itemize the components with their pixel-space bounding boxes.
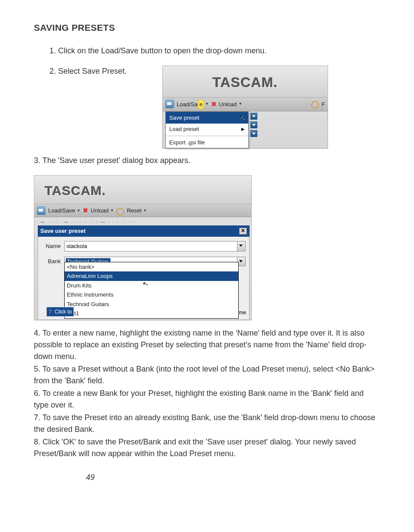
loadsave-button[interactable]: Load/Save ▼ [48,206,80,215]
name-dropdown-button[interactable] [237,241,246,251]
screenshot-save-user-preset: TASCAM. Load/Save ▼ ✖ Unload ▼ Reset ▼ —… [34,175,252,320]
reset-icon [116,208,124,215]
screenshot-load-save-menu: TASCAM. Load/Sae ▼ ✖ Unload ▼ F [162,65,328,149]
bank-option-ethnic[interactable]: Ethnic Instruments [65,290,238,300]
bank-option-adrenalinn[interactable]: AdrenaLinn Loops [65,271,238,281]
chevron-down-icon: ▼ [205,101,209,107]
chevron-down-icon: ▼ [143,208,147,213]
bank-option-technoid[interactable]: Technoid Guitars [65,300,238,309]
click-to-text: Click to [55,309,72,315]
chevron-down-icon: ▼ [77,208,80,213]
para-6: 6. To create a new Bank for your Preset,… [34,388,380,411]
loadsave-dropdown: Save preset ↖ Load preset ▶ Export .gsi … [165,111,249,148]
name-field[interactable] [64,241,237,251]
highlight-circle-icon: e [197,99,204,110]
page-number: 49 [86,472,380,483]
unload-button[interactable]: Unload ▼ [219,100,242,109]
x-icon: ✖ [211,100,217,109]
dropdown-button[interactable] [250,113,257,120]
menu-separator [166,136,248,136]
reset-label-fragment: F [322,100,325,109]
bank-dropdown-list: <No bank> AdrenaLinn Loops Drum Kits Eth… [64,262,239,319]
unload-label: Unload [219,100,237,109]
submenu-arrow-icon: ▶ [241,126,245,132]
loadsave-button[interactable]: Load/Sae ▼ [177,99,209,110]
close-button[interactable]: ✕ [239,228,247,235]
step-2: 2. Select Save Preset. [49,65,162,77]
menu-save-preset[interactable]: Save preset ↖ [166,112,248,124]
bank-option-drumkits[interactable]: Drum Kits [65,281,238,290]
step-3: 3. The 'Save user preset' dialog box app… [34,155,380,166]
me-fragment: me [239,309,246,317]
dialog-badge: — · · · — · · · · · · — · · · · · · [40,219,250,225]
dialog-titlebar: Save user preset ✕ [38,225,250,237]
bank-option-test1[interactable]: test1 [65,309,238,318]
para-8: 8. Click 'OK' to save the Preset/Bank an… [34,436,380,460]
menu-load-preset[interactable]: Load preset ▶ [166,124,248,135]
step-1: 1. Click on the Load/Save button to open… [49,45,380,57]
toolbar: Load/Sae ▼ ✖ Unload ▼ F [163,98,328,112]
tascam-logo: TASCAM. [34,176,251,204]
para-5: 5. To save a Preset without a Bank (into… [34,363,380,387]
reset-label: Reset [127,206,141,215]
para-7: 7. To save the Preset into an already ex… [34,412,380,435]
click-to-fragment: 7:Click to [46,307,74,317]
unload-button[interactable]: Unload ▼ [91,206,114,215]
right-dropdown-buttons [250,111,257,148]
unload-label: Unload [91,206,108,215]
reset-button[interactable]: Reset ▼ [127,206,147,215]
loadsave-label: Load/Save [48,206,75,215]
disk-icon [37,206,46,215]
name-label: Name [42,242,61,251]
cursor-icon: ↖ [240,113,245,122]
loadsave-label-hl: e [199,101,202,108]
toolbar-2: Load/Save ▼ ✖ Unload ▼ Reset ▼ [34,204,251,217]
dropdown-button[interactable] [250,130,257,137]
tascam-logo: TASCAM. [163,66,328,98]
dropdown-button[interactable] [250,121,257,128]
loadsave-label-pre: Load/Sa [177,100,197,109]
click-to-prefix: 7: [49,309,53,315]
menu-save-preset-label: Save preset [169,114,199,122]
x-icon: ✖ [83,206,88,215]
chevron-down-icon: ▼ [110,208,114,213]
page-heading: SAVING PRESETS [34,21,380,35]
disk-icon [165,100,174,108]
para-4: 4. To enter a new name, highlight the ex… [34,327,380,362]
chevron-down-icon: ▼ [239,101,242,107]
reset-icon [311,101,319,109]
dialog-title: Save user preset [40,227,85,235]
menu-export-gsi[interactable]: Export .gsi file [166,137,248,148]
menu-load-preset-label: Load preset [169,125,199,134]
bank-option-nobank[interactable]: <No bank> [65,262,238,272]
menu-export-gsi-label: Export .gsi file [169,138,205,147]
